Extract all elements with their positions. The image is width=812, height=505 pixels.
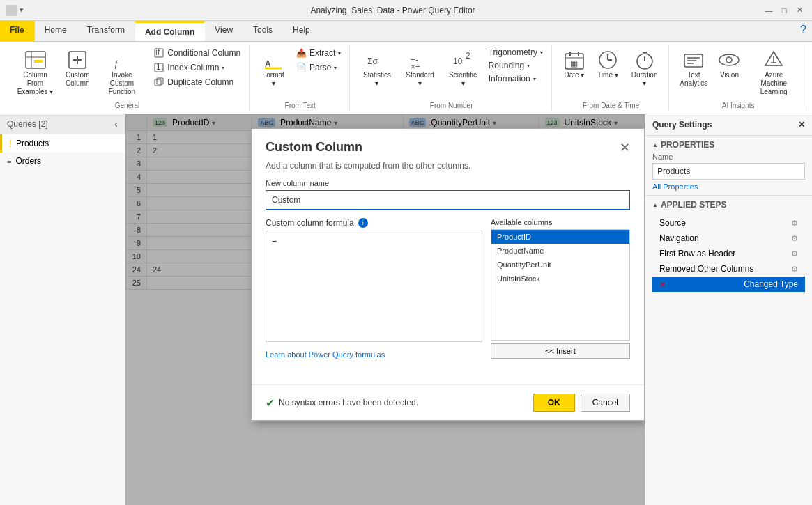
column-from-examples-label: Column FromExamples ▾ xyxy=(15,71,55,96)
tab-add-column[interactable]: Add Column xyxy=(135,21,205,41)
maximize-button[interactable]: □ xyxy=(777,3,791,17)
formula-info-icon[interactable]: i xyxy=(358,218,368,228)
avail-item-productname[interactable]: ProductName xyxy=(491,244,629,258)
cancel-button[interactable]: Cancel xyxy=(581,394,630,412)
ribbon-group-from-number: Σσ Statistics ▾ +-×÷ Standard ▾ 102 Scie… xyxy=(351,45,552,111)
step-navigation-gear[interactable]: ⚙ xyxy=(791,234,798,243)
trigonometry-button[interactable]: Trigonometry ▾ xyxy=(486,46,546,59)
duration-label: Duration ▾ xyxy=(630,71,659,88)
close-button[interactable]: ✕ xyxy=(792,3,806,17)
standard-icon: +-×÷ xyxy=(409,49,431,71)
help-icon[interactable]: ? xyxy=(795,21,812,41)
step-removed-other-cols-label: Removed Other Columns xyxy=(659,264,753,274)
tab-view[interactable]: View xyxy=(205,21,243,41)
step-source-gear[interactable]: ⚙ xyxy=(791,219,798,228)
query-name-input[interactable] xyxy=(652,163,805,180)
tab-home[interactable]: Home xyxy=(35,21,77,41)
learn-link[interactable]: Learn about Power Query formulas xyxy=(266,350,385,359)
from-number-label: From Number xyxy=(430,99,473,109)
sidebar-item-orders[interactable]: ≡ Orders xyxy=(0,153,125,169)
modal-description: Add a column that is computed from the o… xyxy=(266,161,630,171)
formula-textarea[interactable]: = xyxy=(266,231,482,342)
ai-insights-label: AI Insights xyxy=(722,99,755,109)
index-column-button[interactable]: 1,2 Index Column ▾ xyxy=(151,61,243,75)
time-label: Time ▾ xyxy=(597,71,618,79)
avail-item-quantityperunit[interactable]: QuantityPerUnit xyxy=(491,258,629,272)
from-datetime-items: ▦ Date ▾ Time ▾ Duration ▾ xyxy=(559,46,663,99)
query-settings-close-button[interactable]: ✕ xyxy=(798,120,805,130)
insert-button[interactable]: << Insert xyxy=(491,343,630,359)
sidebar-item-products[interactable]: ! Products xyxy=(0,134,125,153)
format-label: Format ▾ xyxy=(261,71,286,88)
content-area: 123 ProductID ▾ ABC ProductName ▾ xyxy=(125,114,645,505)
svg-point-37 xyxy=(719,54,739,65)
extract-button[interactable]: 📤 Extract ▾ xyxy=(293,46,344,60)
sidebar-collapse-button[interactable]: ‹ xyxy=(114,118,118,130)
tab-help[interactable]: Help xyxy=(283,21,321,41)
svg-rect-3 xyxy=(34,60,43,63)
scientific-icon: 102 xyxy=(452,49,474,71)
scientific-button[interactable]: 102 Scientific ▾ xyxy=(443,46,482,91)
all-properties-link[interactable]: All Properties xyxy=(652,182,805,191)
modal-close-button[interactable]: ✕ xyxy=(620,140,630,155)
statistics-button[interactable]: Σσ Statistics ▾ xyxy=(357,46,397,91)
avail-item-productid[interactable]: ProductID xyxy=(491,230,629,244)
duration-button[interactable]: Duration ▾ xyxy=(626,46,663,91)
from-number-items: Σσ Statistics ▾ +-×÷ Standard ▾ 102 Scie… xyxy=(357,46,546,99)
step-changed-type-x[interactable]: ✕ xyxy=(659,280,666,289)
step-source[interactable]: Source ⚙ xyxy=(652,215,805,231)
step-first-row[interactable]: First Row as Header ⚙ xyxy=(652,246,805,261)
conditional-column-button[interactable]: if Conditional Column xyxy=(151,46,243,60)
formula-column: Custom column formula i = Learn about Po… xyxy=(266,218,482,359)
ai-items: TextAnalytics Vision Azure MachineLearni… xyxy=(676,46,800,99)
available-columns-label: Available columns xyxy=(491,218,630,226)
title-controls: — □ ✕ xyxy=(762,3,806,17)
invoke-custom-function-icon: ƒ xyxy=(111,49,133,71)
azure-ml-button[interactable]: Azure MachineLearning xyxy=(747,46,800,99)
tab-file[interactable]: File xyxy=(0,21,35,41)
step-first-row-gear[interactable]: ⚙ xyxy=(791,249,798,258)
text-analytics-button[interactable]: TextAnalytics xyxy=(676,46,711,91)
name-label: Name xyxy=(652,153,805,161)
duration-icon xyxy=(634,49,656,71)
sidebar-header: Queries [2] ‹ xyxy=(0,114,125,134)
duplicate-column-button[interactable]: Duplicate Column xyxy=(151,75,243,89)
tab-transform[interactable]: Transform xyxy=(77,21,135,41)
vision-button[interactable]: Vision xyxy=(714,46,744,82)
new-column-name-input[interactable] xyxy=(266,190,630,210)
parse-icon: 📄 xyxy=(296,62,307,73)
custom-column-button[interactable]: CustomColumn xyxy=(62,46,93,91)
properties-section: PROPERTIES Name All Properties xyxy=(645,136,812,196)
sidebar: Queries [2] ‹ ! Products ≡ Orders xyxy=(0,114,125,505)
time-button[interactable]: Time ▾ xyxy=(592,46,623,82)
standard-button[interactable]: +-×÷ Standard ▾ xyxy=(400,46,441,91)
modal-overlay: Custom Column ✕ Add a column that is com… xyxy=(125,114,645,505)
step-removed-other-cols[interactable]: Removed Other Columns ⚙ xyxy=(652,261,805,277)
extract-icon: 📤 xyxy=(296,47,307,59)
invoke-custom-function-button[interactable]: ƒ Invoke CustomFunction xyxy=(96,46,148,99)
step-navigation-label: Navigation xyxy=(659,233,699,243)
information-button[interactable]: Information ▾ xyxy=(486,72,546,85)
format-button[interactable]: A Format ▾ xyxy=(256,46,290,91)
column-from-examples-button[interactable]: Column FromExamples ▾ xyxy=(11,46,59,99)
modal-row: Custom column formula i = Learn about Po… xyxy=(266,218,630,359)
ribbon-group-from-datetime: ▦ Date ▾ Time ▾ Duration ▾ From xyxy=(553,45,669,111)
avail-item-unitsinstock[interactable]: UnitsInStock xyxy=(491,272,629,286)
ribbon: File Home Transform Add Column View Tool… xyxy=(0,21,812,114)
standard-label: Standard ▾ xyxy=(404,71,436,88)
rounding-button[interactable]: Rounding ▾ xyxy=(486,59,546,72)
step-changed-type[interactable]: ✕ Changed Type xyxy=(652,277,805,292)
from-text-small: 📤 Extract ▾ 📄 Parse ▾ xyxy=(293,46,344,75)
parse-button[interactable]: 📄 Parse ▾ xyxy=(293,61,344,75)
minimize-button[interactable]: — xyxy=(762,3,776,17)
azure-ml-icon xyxy=(763,49,785,71)
modal-actions: OK Cancel xyxy=(533,394,630,412)
step-navigation[interactable]: Navigation ⚙ xyxy=(652,231,805,246)
step-removed-other-cols-gear[interactable]: ⚙ xyxy=(791,265,798,274)
date-button[interactable]: ▦ Date ▾ xyxy=(559,46,590,82)
tab-tools[interactable]: Tools xyxy=(243,21,283,41)
query-settings-title: Query Settings xyxy=(652,120,712,130)
conditional-column-icon: if xyxy=(153,47,164,59)
text-analytics-label: TextAnalytics xyxy=(680,71,707,88)
ok-button[interactable]: OK xyxy=(533,394,575,412)
